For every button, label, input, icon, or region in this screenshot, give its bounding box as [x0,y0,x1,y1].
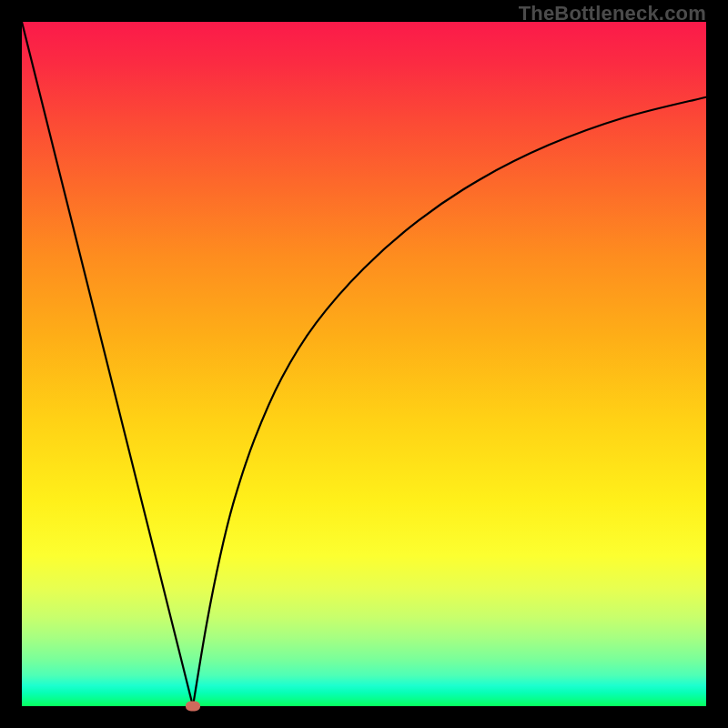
bottleneck-curve [22,22,706,706]
chart-frame: TheBottleneck.com [0,0,728,728]
min-marker [186,702,200,712]
curve-right-branch [193,97,706,706]
plot-area [22,22,706,706]
curve-left-branch [22,22,193,706]
